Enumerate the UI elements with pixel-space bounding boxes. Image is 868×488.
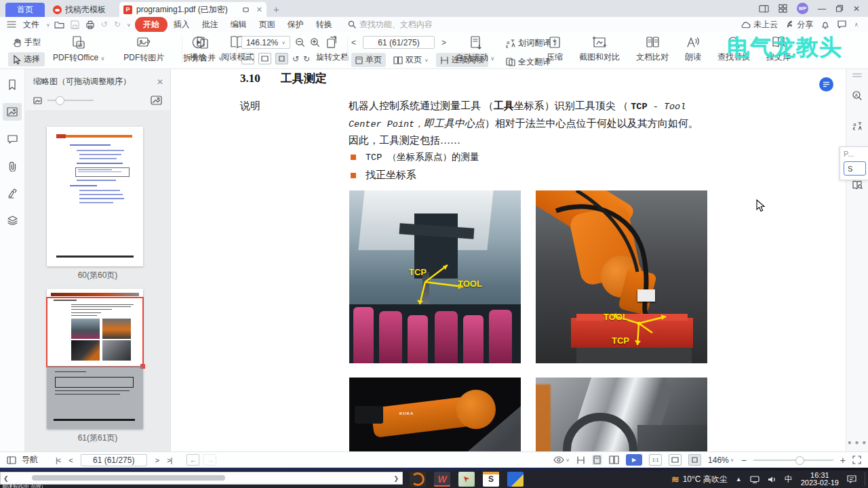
fit-width-icon[interactable] <box>669 454 682 466</box>
translate-icon[interactable]: a <box>848 117 867 134</box>
double-page-view-icon[interactable] <box>609 455 619 464</box>
next-page-icon[interactable]: > <box>441 38 446 47</box>
attachments-panel-icon[interactable] <box>3 157 22 175</box>
taskbar-weather-widget[interactable]: ≋ 10°C 高吹尘 <box>671 474 728 485</box>
rotate-document-button[interactable]: 旋转文档 <box>313 34 351 64</box>
new-tab-icon[interactable]: + <box>273 3 279 15</box>
panel-drag-handle[interactable] <box>852 73 862 75</box>
small-thumbnail-icon[interactable] <box>33 97 42 104</box>
first-page-icon[interactable]: |< <box>56 456 60 464</box>
comment-icon[interactable] <box>837 20 846 28</box>
restore-icon[interactable] <box>835 5 844 13</box>
play-button[interactable]: 播放 <box>187 34 209 64</box>
view-back-icon[interactable]: ← <box>186 454 199 466</box>
account-avatar[interactable]: WP <box>797 3 808 14</box>
double-page-button[interactable]: 双页∨ <box>389 53 433 67</box>
layers-panel-icon[interactable] <box>3 211 22 229</box>
qat-more-chevron-icon[interactable]: ∨ <box>127 22 131 26</box>
minimize-icon[interactable]: — <box>818 4 826 14</box>
read-aloud-button[interactable]: 朗读 <box>682 34 704 64</box>
search-input[interactable]: 查找功能、文档内容 <box>348 19 433 30</box>
viewport-indicator[interactable] <box>46 297 144 367</box>
menu-tab-edit[interactable]: 编辑 <box>224 17 253 33</box>
scroll-right-icon[interactable]: ❯ <box>393 475 399 482</box>
collapse-ribbon-icon[interactable]: ∨ <box>854 22 859 28</box>
zoom-slider-track[interactable] <box>753 460 833 461</box>
navigation-panel-icon[interactable] <box>7 456 16 464</box>
save-icon[interactable] <box>71 20 79 29</box>
tray-volume-icon[interactable] <box>768 476 776 483</box>
detach-tab-icon[interactable] <box>242 6 250 14</box>
actual-size-icon[interactable]: 1:1 <box>649 454 662 466</box>
close-window-icon[interactable]: ✕ <box>853 4 860 14</box>
large-thumbnail-icon[interactable] <box>151 96 162 105</box>
taskbar-app-map-icon[interactable] <box>458 472 475 487</box>
horizontal-scrollbar-thumb[interactable] <box>32 475 225 481</box>
thumbnail-page-61[interactable] <box>47 289 143 429</box>
fullscreen-icon[interactable] <box>852 455 861 464</box>
actual-size-icon[interactable]: 1:1 <box>241 53 254 64</box>
taskbar-app-wps-icon[interactable]: W <box>434 472 450 487</box>
file-menu[interactable]: 文件 <box>16 19 46 30</box>
find-text-icon[interactable]: A <box>848 87 867 104</box>
menu-tab-annotate[interactable]: 批注 <box>196 17 224 33</box>
tray-ime-indicator[interactable]: 中 <box>785 474 793 485</box>
rotate-left-icon[interactable]: ↺ <box>292 54 299 64</box>
zoom-value-box[interactable]: 146.12%∨ <box>241 36 290 49</box>
popup-action-button[interactable]: S <box>844 161 866 176</box>
zoom-out-icon[interactable] <box>295 37 305 47</box>
screenshot-compare-button[interactable]: 截图和对比 <box>576 34 623 64</box>
pdf-to-office-button[interactable]: W PDF转Office ∨ <box>50 34 107 65</box>
pdf-page-content[interactable]: 3.10 工具测定 说明 机器人控制系统通过测量工具 （工具坐标系）识别工具顶尖… <box>171 69 846 451</box>
pdf-to-image-button[interactable]: PDF转图片 <box>121 34 167 65</box>
slideshow-play-button[interactable]: ▶ <box>626 454 642 466</box>
tab-document-active[interactable]: P programing1.pdf (已加密) ✕ <box>119 2 267 17</box>
tray-display-icon[interactable] <box>750 476 760 483</box>
tab-home[interactable]: 首页 <box>5 3 45 17</box>
cloud-sync-button[interactable]: 未上云 <box>741 19 778 30</box>
menu-tab-page[interactable]: 页面 <box>253 17 281 33</box>
more-tools-icon[interactable]: ● ● ● <box>848 439 867 446</box>
floating-promo-popup[interactable]: P... S <box>840 146 868 180</box>
taskbar-app-vm-icon[interactable] <box>507 472 524 487</box>
tray-clock[interactable]: 16:31 2023-02-19 <box>801 472 839 487</box>
zoom-in-icon[interactable]: + <box>840 455 846 466</box>
single-page-view-icon[interactable] <box>592 455 602 465</box>
prev-page-icon[interactable]: < <box>351 38 356 47</box>
undo-icon[interactable]: ↺ <box>101 20 108 29</box>
eye-protection-button[interactable]: ∨ <box>553 456 570 464</box>
next-page-icon[interactable]: > <box>155 456 159 464</box>
comments-panel-icon[interactable] <box>3 130 22 148</box>
doc-compare-button[interactable]: 文档比对 <box>633 34 671 64</box>
file-menu-chevron-icon[interactable]: ∨ <box>46 22 50 26</box>
close-tab-icon[interactable]: ✕ <box>256 5 262 14</box>
bookmarks-panel-icon[interactable] <box>3 76 22 94</box>
navigation-label[interactable]: 导航 <box>22 454 38 466</box>
zoom-slider-knob[interactable] <box>795 456 804 465</box>
taskbar-app-recorder-icon[interactable] <box>410 472 426 487</box>
thumbnail-slider-knob[interactable] <box>56 96 64 105</box>
thumbnails-panel-icon[interactable] <box>3 103 22 121</box>
status-page-box[interactable]: 61 (61/275) <box>81 454 147 466</box>
page-number-box[interactable]: 61 (61/275) <box>363 36 435 49</box>
open-file-icon[interactable] <box>54 20 64 29</box>
tray-hidden-icons-chevron-icon[interactable]: ▲ <box>736 476 742 483</box>
redo-icon[interactable]: ↻ <box>114 20 121 29</box>
print-icon[interactable] <box>85 20 95 29</box>
close-sidebar-icon[interactable]: ✕ <box>157 77 163 87</box>
rotate-right-icon[interactable]: ↻ <box>303 54 310 64</box>
scroll-left-icon[interactable]: ❮ <box>3 475 9 482</box>
prev-page-icon[interactable]: < <box>68 456 72 464</box>
share-button[interactable]: 分享 <box>786 19 813 30</box>
zoom-out-icon[interactable]: − <box>741 455 747 466</box>
fit-page-icon[interactable] <box>688 454 701 466</box>
action-center-icon[interactable] <box>847 475 856 483</box>
notification-icon[interactable] <box>821 20 829 29</box>
menu-tab-insert[interactable]: 插入 <box>167 17 196 33</box>
hand-tool-button[interactable]: 手型 <box>8 35 45 49</box>
apps-grid-icon[interactable] <box>778 4 787 13</box>
horizontal-scrollbar[interactable]: ❮ ❯ <box>0 472 403 485</box>
menu-tab-protect[interactable]: 保护 <box>281 17 310 33</box>
thumbnail-page-60[interactable] <box>47 127 143 266</box>
zoom-level-button[interactable]: 146%∨ <box>708 455 734 465</box>
